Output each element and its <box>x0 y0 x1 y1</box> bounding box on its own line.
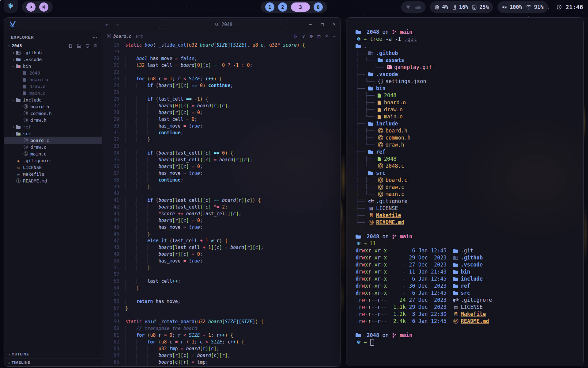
terminal-line: │ ├── Ⓒdraw.c <box>356 184 575 191</box>
workspace-2[interactable]: 2 <box>278 2 287 12</box>
explorer-item-common.h[interactable]: Ⓗcommon.h <box>4 110 102 117</box>
terminal-line: │ └── main.o <box>356 113 575 120</box>
refresh-icon[interactable] <box>85 44 90 48</box>
split-editor-icon[interactable]: ◫ <box>318 33 320 39</box>
prompt-branch: main <box>397 332 412 339</box>
explorer-item-src[interactable]: ›src <box>4 130 102 137</box>
explorer-item-.github[interactable]: ›.github <box>4 49 102 56</box>
code-line: 22 <box>102 69 341 75</box>
code-line: 56 return has_move; <box>102 298 341 305</box>
explorer-item-board.o[interactable]: board.o <box>4 76 102 83</box>
explorer-item-include[interactable]: ›include <box>4 97 102 103</box>
explorer-item-README.md[interactable]: ⓘREADME.md <box>4 178 102 184</box>
explorer-item-LICENSE[interactable]: ⚖LICENSE <box>4 164 102 171</box>
explorer-more-actions-icon[interactable]: ⋯ <box>92 35 97 40</box>
folder-icon <box>16 98 21 102</box>
line-number: 25 <box>102 89 125 96</box>
breadcrumb-symbol[interactable]: src <box>135 34 143 39</box>
explorer-item-draw.h[interactable]: Ⓗdraw.h <box>4 117 102 124</box>
explorer-item-ref[interactable]: ›ref <box>4 124 102 130</box>
breadcrumb-file[interactable]: board.c <box>113 34 131 39</box>
code-line: 50 has_move = true; <box>102 258 341 264</box>
terminal-line: drwxr-xr-x - 6 Jan 12:45 include <box>356 275 575 282</box>
explorer-item-.gitignore[interactable]: ◈.gitignore <box>4 157 102 164</box>
explorer-item-2048[interactable]: 2048 <box>4 70 102 76</box>
search-value: 2048 <box>221 22 232 27</box>
line-number: 18 <box>102 42 125 48</box>
code-line: 21 i32 last_cell = board[0][c] == 0 ? -1… <box>102 62 341 69</box>
network-tray[interactable] <box>401 1 426 13</box>
explorer-item-draw.c[interactable]: Ⓒdraw.c <box>4 144 102 151</box>
workspace-1[interactable]: 1 <box>265 2 274 12</box>
line-number: 47 <box>102 237 125 244</box>
maximize-button[interactable]: □ <box>321 21 324 27</box>
settings-gear-icon[interactable]: ⚙ <box>310 33 313 39</box>
terminal-window[interactable]: 2048 on main❄→ tree -a -I .git.├── .gith… <box>346 17 584 366</box>
line-number: 53 <box>102 278 125 285</box>
explorer-item-main.o[interactable]: main.o <box>4 90 102 97</box>
sidebar-section-timeline[interactable]: ›TIMELINE <box>4 358 102 366</box>
workspace-8[interactable]: 8 <box>314 2 323 12</box>
media-previous-button[interactable] <box>26 2 36 12</box>
nav-forward-button[interactable]: → <box>115 21 119 28</box>
explorer-item-Makefile[interactable]: ⚒Makefile <box>4 171 102 178</box>
git-branch-icon <box>392 333 396 338</box>
explorer-item-label: board.c <box>30 138 49 143</box>
vscode-titlebar[interactable]: ← → 2048 — □ × <box>4 17 341 31</box>
explorer-item-board.h[interactable]: Ⓗboard.h <box>4 103 102 110</box>
more-actions-icon[interactable]: ⋯ <box>333 33 336 39</box>
collapse-all-icon[interactable] <box>93 44 98 48</box>
explorer-item-label: main.o <box>29 91 45 96</box>
terminal-line: │ └── Ⓒ2048.c <box>356 163 575 170</box>
close-button[interactable]: × <box>333 21 336 27</box>
explorer-item-main.c[interactable]: Ⓒmain.c <box>4 151 102 157</box>
file-type-icon: ⓘ <box>16 178 21 184</box>
nixos-launcher-button[interactable]: ❄ <box>4 0 18 13</box>
close-icon[interactable]: × <box>325 33 328 39</box>
minimize-button[interactable]: — <box>309 21 312 27</box>
explorer-root-folder[interactable]: › 2048 <box>4 42 102 49</box>
chevron-closed-icon: › <box>11 50 16 55</box>
line-number: 56 <box>102 298 125 305</box>
explorer-item-board.c[interactable]: Ⓒboard.c <box>4 137 102 144</box>
nav-back-button[interactable]: ← <box>105 21 109 28</box>
line-number: 52 <box>102 271 125 278</box>
terminal-line: drwxr-xr-x - 6 Jan 12:45 src <box>356 289 575 297</box>
file-icon <box>378 94 381 98</box>
tree-connector: │ ├── <box>356 92 378 99</box>
code-line: 44 board[r][c] = 0; <box>102 217 341 224</box>
code-line: 42 board[last_cell][c] *= 2; <box>102 204 341 210</box>
run-button[interactable]: ▷ <box>295 33 297 39</box>
command-center-search[interactable]: 2048 <box>159 20 288 29</box>
command-text: tree <box>370 36 385 43</box>
explorer-item-label: LICENSE <box>23 165 42 170</box>
terminal-line: drwxr-xr-x - 6 Jan 12:45 .git <box>356 247 575 254</box>
explorer-item-draw.o[interactable]: draw.o <box>4 83 102 90</box>
explorer-item-bin[interactable]: ›bin <box>4 63 102 70</box>
terminal-line: └── ⓂREADME.md <box>356 219 575 226</box>
root-folder-label: 2048 <box>12 43 22 48</box>
tree-connector: ├── <box>356 170 368 177</box>
media-next-button[interactable] <box>39 2 48 12</box>
code-editor[interactable]: 18static bool _slide_col(u32 board[SIZE]… <box>102 41 341 366</box>
sound-network-tray[interactable]: 100% 91% <box>497 1 548 13</box>
line-number: 41 <box>102 197 125 204</box>
explorer-item-.vscode[interactable]: ›.vscode <box>4 56 102 63</box>
code-line: 52 <box>102 271 341 278</box>
workspace-3[interactable]: 3 <box>291 2 310 12</box>
tree-entry-name: ref <box>376 148 386 155</box>
vscode-window: ← → 2048 — □ × EXPLORER ⋯ › 2048 <box>4 17 341 367</box>
new-file-icon[interactable] <box>68 44 73 48</box>
sidebar-section-outline[interactable]: ›OUTLINE <box>4 350 102 358</box>
chevron-down-icon[interactable]: ∨ <box>302 33 305 39</box>
terminal-line: ├── ▤LICENSE <box>356 205 575 212</box>
file-date: 3 Jan 22:30 <box>409 311 447 318</box>
terminal-line: ❄→ tree -a -I .git <box>356 36 575 43</box>
wifi-signal-icon <box>405 5 411 10</box>
cloud-icon <box>415 5 421 10</box>
line-number: 32 <box>102 136 125 143</box>
line-number: 22 <box>102 69 125 75</box>
file-icon <box>23 91 26 95</box>
new-folder-icon[interactable] <box>77 44 81 48</box>
file-icon <box>23 78 26 82</box>
